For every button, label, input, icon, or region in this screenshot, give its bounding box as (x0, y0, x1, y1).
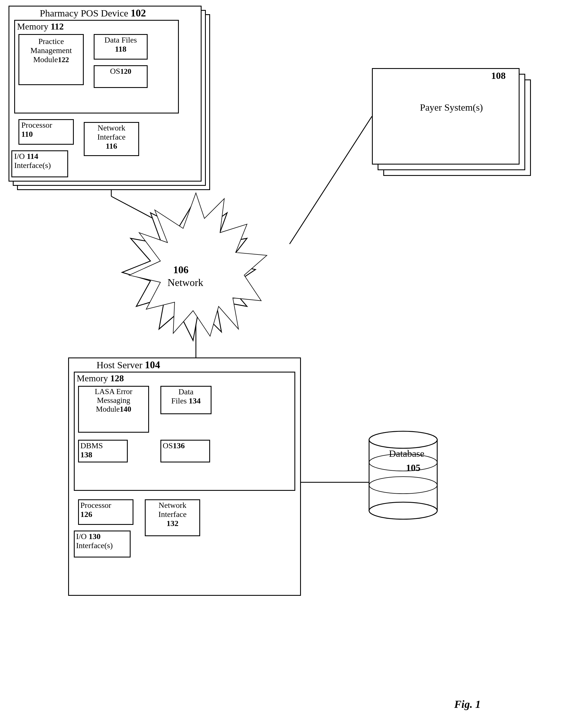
os-120-label: OS120 (96, 67, 145, 76)
processor-126-num: 126 (80, 510, 92, 519)
io-130-line2: Interface(s) (76, 541, 113, 550)
processor-110-text: Processor (21, 121, 52, 129)
database-svg (366, 426, 451, 525)
ni-116-line1: Network (98, 123, 125, 132)
memory-128-text: Memory (77, 373, 108, 383)
datafiles-118-num: 118 (115, 45, 126, 53)
lasa-label: LASA Error Messaging Module140 (80, 387, 147, 414)
pmm-line3: Module (33, 55, 58, 64)
datafiles-118-label: Data Files 118 (96, 35, 145, 54)
svg-marker-5 (122, 199, 255, 340)
processor-126-text: Processor (80, 501, 111, 510)
svg-line-1 (111, 196, 196, 241)
datafiles-134-num: 134 (189, 396, 201, 405)
database-label: Database (389, 448, 425, 459)
network-num-text: 106 (173, 264, 188, 275)
ni-116-label: Network Interface 116 (87, 123, 136, 151)
datafiles-134-line2: Files (171, 396, 186, 405)
ni-116-line2: Interface (97, 132, 125, 141)
ni-132-num: 132 (167, 519, 178, 528)
io-130-line1: I/O (76, 532, 87, 541)
os-136-text: OS (163, 441, 173, 450)
payer-num-text: 108 (491, 70, 506, 81)
io-114-num: 114 (27, 152, 38, 161)
network-label: Network (167, 277, 203, 289)
ni-132-line2: Interface (158, 510, 186, 519)
dbms-138-label: DBMS 138 (80, 441, 103, 459)
memory-112-label: Memory 112 (17, 21, 64, 32)
payer-label: Payer System(s) (386, 102, 517, 113)
network-label-text: Network (167, 277, 203, 288)
lasa-line2: Messaging (97, 396, 130, 405)
datafiles-134-label: Data Files 134 (163, 387, 209, 405)
io-114-line1: I/O (14, 152, 25, 161)
payer-num: 108 (491, 70, 506, 81)
lasa-line1: LASA Error (95, 387, 133, 396)
fig-text: Fig. 1 (454, 698, 481, 710)
os-120-num: 120 (120, 67, 131, 75)
host-title: Host Server 104 (96, 359, 160, 371)
ni-132-line1: Network (159, 501, 186, 510)
datafiles-134-text: Data (178, 387, 194, 396)
payer-main (372, 68, 520, 165)
processor-110-label: Processor 110 (21, 121, 52, 139)
pmm-line2: Management (30, 46, 72, 55)
database-num: 105 (406, 462, 421, 473)
svg-point-11 (369, 502, 437, 519)
pharmacy-device-title-text: Pharmacy POS Device (40, 8, 128, 18)
database-num-text: 105 (406, 462, 421, 473)
lasa-num: 140 (120, 405, 131, 413)
io-114-line2: Interface(s) (14, 161, 51, 170)
fig-label: Fig. 1 (454, 698, 481, 710)
pharmacy-device-num: 102 (131, 7, 146, 19)
datafiles-118-text: Data Files (104, 35, 137, 44)
memory-112-text: Memory (17, 21, 48, 31)
pmm-line1: Practice (38, 37, 64, 46)
host-title-text: Host Server (96, 360, 142, 370)
os-120-text: OS (110, 67, 120, 75)
processor-126-label: Processor 126 (80, 501, 111, 519)
io-114-label: I/O 114 Interface(s) (14, 152, 51, 170)
svg-line-2 (290, 116, 372, 244)
pharmacy-device-title: Pharmacy POS Device 102 (40, 7, 146, 19)
diagram: Pharmacy POS Device 102 Memory 112 Pract… (0, 0, 561, 728)
dbms-138-num: 138 (80, 450, 92, 459)
ni-132-label: Network Interface 132 (148, 501, 197, 528)
svg-point-8 (369, 431, 437, 448)
database-label-text: Database (389, 448, 425, 459)
os-136-label: OS136 (163, 441, 185, 450)
pmm-label: Practice Management Module122 (21, 37, 81, 64)
lasa-line3: Module (96, 405, 120, 413)
host-num: 104 (145, 359, 160, 371)
pmm-num: 122 (58, 56, 69, 64)
ni-116-num: 116 (106, 142, 117, 150)
payer-label-text: Payer System(s) (420, 102, 483, 113)
memory-128-num: 128 (110, 373, 124, 383)
io-130-num: 130 (89, 532, 100, 541)
memory-112-num: 112 (51, 21, 64, 31)
svg-marker-6 (129, 193, 267, 336)
processor-110-num: 110 (21, 130, 33, 138)
io-130-label: I/O 130 Interface(s) (76, 532, 113, 550)
os-136-num: 136 (173, 441, 185, 450)
memory-128-label: Memory 128 (77, 373, 124, 384)
network-num: 106 (173, 264, 188, 276)
dbms-138-text: DBMS (80, 441, 103, 450)
